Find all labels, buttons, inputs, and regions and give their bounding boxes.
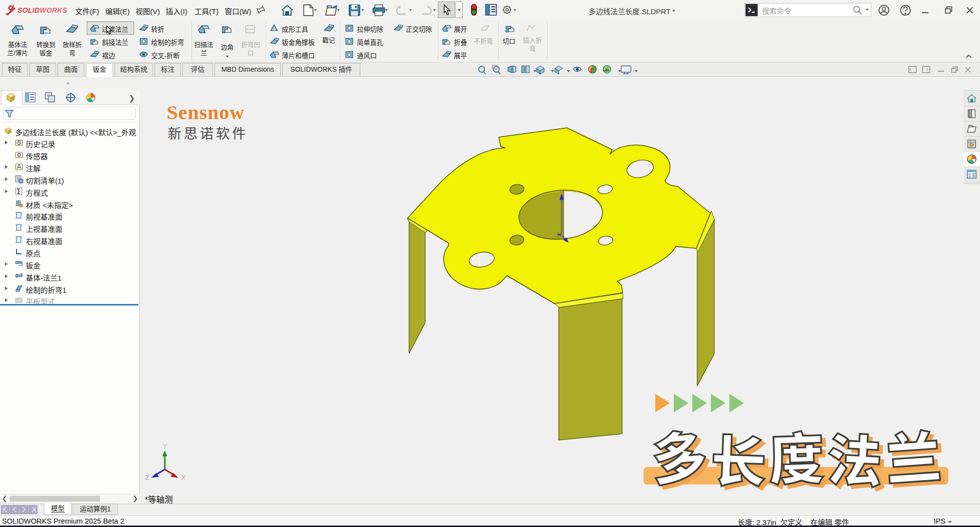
svg-text:Z: Z: [145, 474, 149, 481]
svg-text:Y: Y: [163, 443, 167, 450]
svg-text:SOLIDWORKS: SOLIDWORKS: [18, 6, 67, 14]
svg-text:X: X: [181, 474, 186, 481]
